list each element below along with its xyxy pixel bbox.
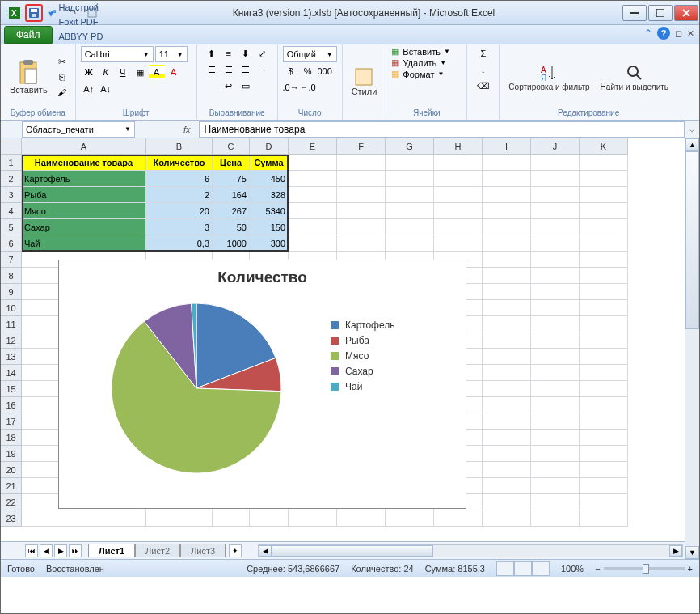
help-icon[interactable]: ? <box>657 27 670 40</box>
cell-I4[interactable] <box>483 203 531 219</box>
cell-E5[interactable] <box>289 219 337 235</box>
sheet-last-button[interactable]: ⏭ <box>69 544 82 557</box>
save-button[interactable] <box>25 4 43 22</box>
percent-button[interactable]: % <box>300 64 316 78</box>
page-layout-view-button[interactable] <box>514 561 532 576</box>
row-header-5[interactable]: 5 <box>1 219 22 235</box>
cell-B23[interactable] <box>146 510 213 527</box>
row-header-21[interactable]: 21 <box>1 478 22 494</box>
zoom-thumb[interactable] <box>643 564 649 574</box>
cell-B5[interactable]: 3 <box>146 219 213 235</box>
sort-filter-button[interactable]: АЯ Сортировка и фильтр <box>504 61 593 94</box>
cell-F1[interactable] <box>337 155 386 171</box>
cell-K15[interactable] <box>580 381 628 397</box>
align-center-button[interactable]: ☰ <box>221 62 237 77</box>
tab-надстрой[interactable]: Надстрой <box>53 0 110 15</box>
comma-button[interactable]: 000 <box>317 64 333 78</box>
border-button[interactable]: ▦ <box>132 65 148 79</box>
cell-K22[interactable] <box>580 494 628 510</box>
cell-F2[interactable] <box>337 171 386 187</box>
cell-C23[interactable] <box>213 510 250 527</box>
cell-G1[interactable] <box>386 155 434 171</box>
cell-K3[interactable] <box>580 187 628 203</box>
cell-J23[interactable] <box>531 510 580 527</box>
delete-cells-button[interactable]: ▦Удалить▼ <box>391 57 462 68</box>
merge-button[interactable]: ▭ <box>238 78 254 93</box>
excel-icon[interactable]: X <box>6 4 23 22</box>
align-bottom-button[interactable]: ⬇ <box>238 46 254 61</box>
cell-F6[interactable] <box>337 235 386 252</box>
cell-A1[interactable]: Наименование товара <box>22 155 146 171</box>
cell-I15[interactable] <box>483 381 531 397</box>
increase-decimal-button[interactable]: .0→ <box>283 80 299 95</box>
cell-K8[interactable] <box>580 268 628 284</box>
decrease-decimal-button[interactable]: ←.0 <box>300 80 316 95</box>
maximize-button[interactable] <box>648 5 673 21</box>
row-header-7[interactable]: 7 <box>1 252 22 268</box>
sheet-tab-Лист2[interactable]: Лист2 <box>135 544 180 557</box>
cell-J12[interactable] <box>531 332 580 349</box>
cell-D6[interactable]: 300 <box>250 235 289 252</box>
window-close-small-icon[interactable]: ✕ <box>687 28 694 39</box>
row-header-9[interactable]: 9 <box>1 284 22 300</box>
row-header-3[interactable]: 3 <box>1 187 22 203</box>
cell-J3[interactable] <box>531 187 580 203</box>
cell-I12[interactable] <box>483 332 531 349</box>
cell-E1[interactable] <box>289 155 337 171</box>
cell-J10[interactable] <box>531 300 580 316</box>
cell-K9[interactable] <box>580 284 628 300</box>
cell-J20[interactable] <box>531 462 580 478</box>
sheet-prev-button[interactable]: ◀ <box>40 544 53 557</box>
cell-J7[interactable] <box>531 252 580 268</box>
cell-D4[interactable]: 5340 <box>250 203 289 219</box>
cell-A3[interactable]: Рыба <box>22 187 146 203</box>
horizontal-scrollbar[interactable]: ◀ ▶ <box>258 544 683 557</box>
scroll-right-button[interactable]: ▶ <box>669 545 682 557</box>
scroll-up-button[interactable]: ▲ <box>685 138 699 151</box>
legend-item-Чай[interactable]: Чай <box>331 381 395 392</box>
cell-K6[interactable] <box>580 235 628 252</box>
cell-K18[interactable] <box>580 430 628 446</box>
cell-A5[interactable]: Сахар <box>22 219 146 235</box>
cell-I1[interactable] <box>483 155 531 171</box>
select-all-corner[interactable] <box>1 138 22 155</box>
zoom-slider[interactable]: − + <box>595 564 693 574</box>
row-header-14[interactable]: 14 <box>1 365 22 381</box>
cell-F23[interactable] <box>337 510 386 527</box>
new-sheet-button[interactable]: ✦ <box>229 544 242 557</box>
cell-K7[interactable] <box>580 252 628 268</box>
decrease-font-button[interactable]: A↓ <box>98 82 114 96</box>
cell-K13[interactable] <box>580 349 628 365</box>
normal-view-button[interactable] <box>496 561 514 576</box>
font-name-select[interactable]: Calibri▼ <box>81 46 154 62</box>
align-top-button[interactable]: ⬆ <box>204 46 220 61</box>
cell-I3[interactable] <box>483 187 531 203</box>
cell-A2[interactable]: Картофель <box>22 171 146 187</box>
cell-I10[interactable] <box>483 300 531 316</box>
cell-D5[interactable]: 150 <box>250 219 289 235</box>
cell-I5[interactable] <box>483 219 531 235</box>
increase-font-button[interactable]: A↑ <box>81 82 97 96</box>
cell-K16[interactable] <box>580 397 628 413</box>
cell-E23[interactable] <box>289 510 337 527</box>
orientation-button[interactable]: ⤢ <box>255 46 271 61</box>
number-format-select[interactable]: Общий▼ <box>283 46 337 62</box>
wrap-text-button[interactable]: ↩ <box>221 78 237 93</box>
close-button[interactable] <box>674 5 698 21</box>
row-header-18[interactable]: 18 <box>1 430 22 446</box>
cell-C5[interactable]: 50 <box>213 219 250 235</box>
format-cells-button[interactable]: ▦Формат▼ <box>391 69 462 79</box>
row-header-8[interactable]: 8 <box>1 268 22 284</box>
column-header-E[interactable]: E <box>289 138 337 155</box>
sheet-first-button[interactable]: ⏮ <box>25 544 38 557</box>
cell-H3[interactable] <box>434 187 483 203</box>
row-header-4[interactable]: 4 <box>1 203 22 219</box>
hscroll-thumb[interactable] <box>272 545 433 557</box>
cell-J18[interactable] <box>531 430 580 446</box>
cell-C3[interactable]: 164 <box>213 187 250 203</box>
fx-label[interactable]: fx <box>175 125 199 134</box>
cell-I7[interactable] <box>483 252 531 268</box>
cell-J21[interactable] <box>531 478 580 494</box>
cell-B2[interactable]: 6 <box>146 171 213 187</box>
cell-I8[interactable] <box>483 268 531 284</box>
